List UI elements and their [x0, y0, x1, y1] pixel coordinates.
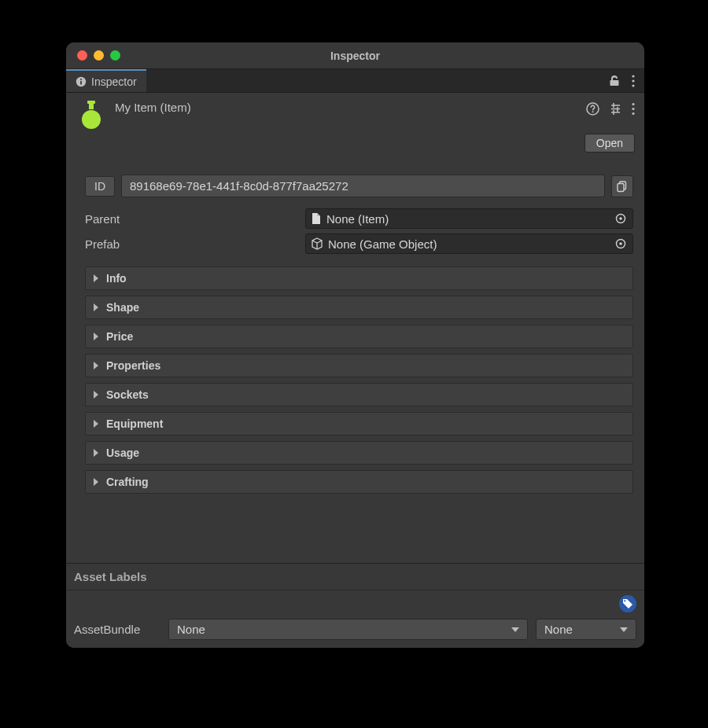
chevron-right-icon [94, 420, 98, 428]
foldout-label: Equipment [106, 417, 163, 430]
tab-label: Inspector [91, 75, 137, 88]
chevron-down-icon [620, 627, 628, 632]
svg-point-20 [624, 600, 625, 601]
tab-inspector[interactable]: Inspector [66, 69, 146, 92]
svg-point-12 [632, 108, 634, 110]
svg-rect-6 [87, 101, 95, 104]
window-title: Inspector [66, 50, 644, 62]
asset-bundle-value: None [177, 623, 205, 636]
svg-point-19 [619, 242, 622, 245]
inspector-window: Inspector Inspector [66, 42, 644, 648]
chevron-right-icon [94, 362, 98, 370]
chevron-right-icon [94, 303, 98, 311]
info-icon [76, 76, 87, 87]
foldout-label: Properties [106, 359, 160, 372]
foldout-label: Usage [106, 447, 139, 459]
foldout-crafting[interactable]: Crafting [85, 470, 633, 494]
foldout-sockets[interactable]: Sockets [85, 383, 633, 406]
svg-point-2 [80, 78, 82, 79]
foldout-properties[interactable]: Properties [85, 354, 633, 377]
presets-icon[interactable] [609, 102, 622, 116]
tab-menu-icon[interactable] [632, 75, 635, 87]
window-minimize-button[interactable] [94, 50, 104, 61]
object-picker-icon[interactable] [614, 237, 628, 251]
window-close-button[interactable] [77, 50, 87, 61]
asset-labels-header: Asset Labels [66, 564, 644, 590]
foldout-label: Price [106, 330, 133, 343]
cube-icon [311, 237, 323, 250]
chevron-right-icon [94, 478, 98, 486]
asset-bundle-row: AssetBundle None None [66, 616, 644, 648]
foldout-info[interactable]: Info [85, 267, 633, 290]
foldout-label: Sockets [106, 388, 149, 401]
asset-bundle-variant-dropdown[interactable]: None [536, 619, 636, 640]
prefab-value: None (Game Object) [328, 237, 609, 251]
tab-strip: Inspector [66, 69, 644, 93]
prefab-row: Prefab None (Game Object) [85, 233, 633, 254]
parent-label: Parent [85, 212, 305, 226]
chevron-right-icon [94, 449, 98, 457]
tag-icon [622, 598, 633, 609]
foldout-list: InfoShapePricePropertiesSocketsEquipment… [85, 267, 633, 494]
traffic-lights [77, 50, 120, 61]
window-titlebar: Inspector [66, 42, 644, 69]
svg-rect-15 [618, 183, 624, 191]
svg-point-8 [82, 110, 101, 129]
svg-point-3 [632, 75, 634, 77]
foldout-label: Shape [106, 301, 139, 314]
help-icon[interactable] [586, 102, 599, 116]
prefab-field[interactable]: None (Game Object) [305, 233, 633, 254]
copy-id-button[interactable] [611, 175, 633, 197]
document-icon [311, 212, 322, 225]
parent-row: Parent None (Item) [85, 208, 633, 229]
foldout-price[interactable]: Price [85, 325, 633, 348]
object-picker-icon[interactable] [614, 211, 628, 226]
copy-icon [616, 180, 629, 193]
id-value[interactable]: 89168e69-78e1-441f-8c0d-877f7aa25272 [121, 175, 605, 197]
foldout-equipment[interactable]: Equipment [85, 412, 633, 436]
asset-header: My Item (Item) [66, 93, 644, 134]
svg-point-13 [632, 112, 634, 115]
svg-point-17 [619, 217, 622, 220]
asset-bundle-variant-value: None [544, 623, 573, 636]
svg-point-11 [632, 103, 634, 105]
add-label-button[interactable] [619, 595, 636, 612]
open-button[interactable]: Open [584, 134, 635, 153]
chevron-right-icon [94, 274, 98, 282]
parent-value: None (Item) [326, 212, 609, 226]
chevron-right-icon [94, 333, 98, 340]
svg-point-4 [632, 79, 634, 82]
chevron-down-icon [511, 627, 519, 632]
foldout-label: Info [106, 272, 127, 285]
window-zoom-button[interactable] [110, 50, 120, 61]
inspector-body: ID 89168e69-78e1-441f-8c0d-877f7aa25272 … [66, 160, 644, 563]
chevron-right-icon [94, 391, 98, 399]
id-label: ID [85, 176, 115, 197]
svg-rect-1 [80, 81, 82, 85]
asset-thumbnail [76, 99, 107, 131]
component-menu-icon[interactable] [632, 102, 635, 116]
svg-rect-7 [89, 104, 94, 109]
foldout-shape[interactable]: Shape [85, 296, 633, 319]
id-row: ID 89168e69-78e1-441f-8c0d-877f7aa25272 [85, 175, 633, 197]
svg-point-5 [632, 84, 634, 86]
inspector-footer: Asset Labels AssetBundle None None [66, 563, 644, 648]
asset-bundle-dropdown[interactable]: None [168, 619, 528, 640]
asset-bundle-label: AssetBundle [74, 623, 160, 636]
parent-field[interactable]: None (Item) [305, 208, 633, 229]
svg-point-10 [592, 111, 594, 112]
foldout-label: Crafting [106, 476, 149, 488]
asset-title: My Item (Item) [115, 99, 578, 114]
potion-icon [78, 100, 105, 130]
foldout-usage[interactable]: Usage [85, 441, 633, 465]
lock-icon[interactable] [608, 75, 621, 87]
prefab-label: Prefab [85, 237, 305, 251]
